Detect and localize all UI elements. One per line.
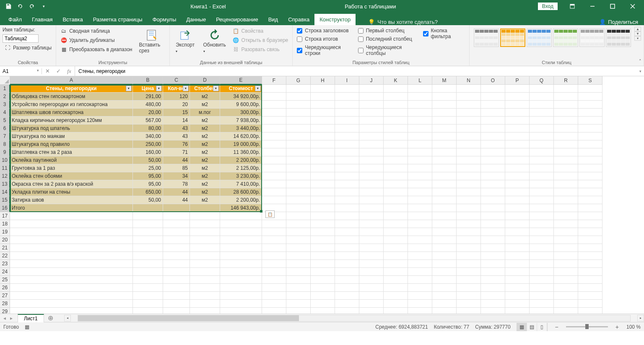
cell[interactable] <box>505 188 530 196</box>
cell[interactable] <box>530 101 554 109</box>
cell[interactable] <box>481 268 505 276</box>
cell[interactable] <box>530 308 554 314</box>
cell[interactable] <box>578 93 602 101</box>
cell[interactable] <box>530 125 554 132</box>
cell[interactable] <box>163 300 190 308</box>
col-header-F[interactable]: F <box>262 76 286 85</box>
cell[interactable] <box>505 220 530 228</box>
cell[interactable] <box>10 300 133 308</box>
cell[interactable] <box>578 172 602 180</box>
cell[interactable] <box>163 204 190 212</box>
zoom-slider[interactable] <box>566 326 608 327</box>
cell[interactable] <box>432 300 457 308</box>
cell[interactable] <box>286 284 311 292</box>
cell[interactable] <box>481 260 505 268</box>
cell[interactable]: м2 <box>190 188 220 196</box>
cell[interactable] <box>481 244 505 252</box>
cell[interactable] <box>384 292 408 300</box>
table-style-thumb[interactable] <box>527 29 552 47</box>
row-header-22[interactable]: 22 <box>0 252 10 260</box>
cell[interactable] <box>286 252 311 260</box>
cell[interactable] <box>220 292 262 300</box>
cell[interactable]: 14 620,00р. <box>220 132 262 140</box>
cell[interactable] <box>505 284 530 292</box>
cell[interactable] <box>457 260 481 268</box>
cell[interactable] <box>432 276 457 284</box>
cell[interactable] <box>10 228 133 236</box>
cell[interactable] <box>554 156 578 164</box>
cell[interactable] <box>286 140 311 148</box>
cell[interactable]: Затирка швов <box>10 196 133 204</box>
cell[interactable] <box>481 125 505 132</box>
cell[interactable] <box>505 101 530 109</box>
cell[interactable] <box>335 148 359 156</box>
cell[interactable] <box>133 276 163 284</box>
cell[interactable] <box>578 132 602 140</box>
cell[interactable] <box>311 260 335 268</box>
row-header-24[interactable]: 24 <box>0 268 10 276</box>
cell[interactable] <box>408 212 432 220</box>
cell[interactable] <box>220 284 262 292</box>
cell[interactable]: м2 <box>190 156 220 164</box>
cell[interactable] <box>133 292 163 300</box>
row-header-1[interactable]: 1 <box>0 85 10 93</box>
cell[interactable]: Шпатлевка стен за 2 раза <box>10 148 133 156</box>
cell[interactable] <box>311 276 335 284</box>
cell[interactable] <box>190 244 220 252</box>
cell[interactable] <box>384 212 408 220</box>
cell[interactable] <box>578 164 602 172</box>
cell[interactable]: Столбец▾ <box>190 85 220 93</box>
cell[interactable] <box>505 204 530 212</box>
cell[interactable] <box>163 308 190 314</box>
cell[interactable] <box>554 292 578 300</box>
cell[interactable] <box>311 180 335 188</box>
cell[interactable] <box>384 284 408 292</box>
cell[interactable] <box>457 125 481 132</box>
cell[interactable] <box>190 276 220 284</box>
cell[interactable] <box>262 125 286 132</box>
cell[interactable] <box>262 101 286 109</box>
cell[interactable] <box>457 204 481 212</box>
cell[interactable] <box>359 284 384 292</box>
row-header-29[interactable]: 29 <box>0 308 10 314</box>
cell[interactable]: 20,00 <box>133 109 163 117</box>
cell[interactable] <box>554 284 578 292</box>
cell[interactable] <box>359 268 384 276</box>
col-header-B[interactable]: B <box>133 76 163 85</box>
cell[interactable] <box>457 228 481 236</box>
cell[interactable] <box>133 236 163 244</box>
cell[interactable] <box>457 188 481 196</box>
cell[interactable] <box>554 140 578 148</box>
cell[interactable] <box>481 148 505 156</box>
cell[interactable] <box>578 252 602 260</box>
cell[interactable] <box>10 276 133 284</box>
sheet-prev-icon[interactable]: ◂ <box>2 315 8 321</box>
cell[interactable] <box>10 284 133 292</box>
cell[interactable] <box>457 156 481 164</box>
cell[interactable] <box>578 236 602 244</box>
cell[interactable] <box>432 117 457 125</box>
cell[interactable] <box>384 260 408 268</box>
cell[interactable] <box>481 276 505 284</box>
cell[interactable] <box>359 180 384 188</box>
cell[interactable] <box>505 156 530 164</box>
refresh-button[interactable]: Обновить ▾ <box>200 27 229 55</box>
cell[interactable] <box>384 244 408 252</box>
cell[interactable] <box>432 196 457 204</box>
cell[interactable] <box>220 220 262 228</box>
cell[interactable] <box>286 236 311 244</box>
cell[interactable] <box>505 93 530 101</box>
cell[interactable] <box>408 101 432 109</box>
cell[interactable] <box>262 148 286 156</box>
cell[interactable] <box>432 284 457 292</box>
cell[interactable] <box>359 228 384 236</box>
cell[interactable] <box>311 140 335 148</box>
cells-area[interactable]: Стены, перегородки▾Цена▾Кол-во▾Столбец▾С… <box>10 85 602 314</box>
cell[interactable] <box>190 204 220 212</box>
cell[interactable] <box>578 188 602 196</box>
cell[interactable] <box>432 236 457 244</box>
cell[interactable] <box>554 268 578 276</box>
filter-icon[interactable]: ▾ <box>255 86 261 91</box>
cell[interactable]: 2 200,00р. <box>220 196 262 204</box>
cell[interactable] <box>286 188 311 196</box>
